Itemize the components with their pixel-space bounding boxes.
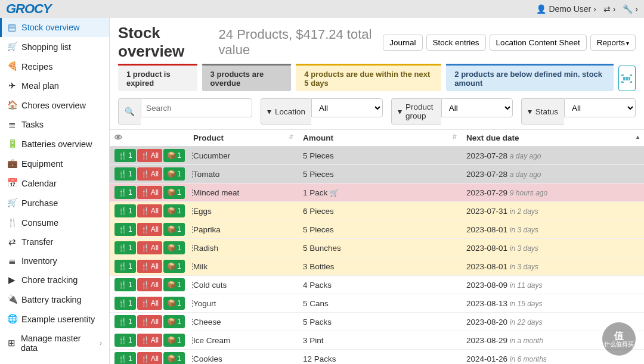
- cell-product[interactable]: Paprika: [188, 220, 298, 239]
- consume-one-button[interactable]: 🍴1: [114, 352, 136, 364]
- consume-all-button[interactable]: 🍴All: [137, 241, 162, 254]
- consume-all-button[interactable]: 🍴All: [137, 334, 162, 347]
- open-one-button[interactable]: 📦1: [163, 352, 185, 364]
- sidebar-item-transfer[interactable]: ⇄Transfer: [0, 232, 109, 251]
- stock-entries-button[interactable]: Stock entries: [426, 35, 486, 51]
- sidebar-item-tasks[interactable]: ≣Tasks: [0, 115, 109, 134]
- open-one-button[interactable]: 📦1: [163, 315, 185, 328]
- sidebar-item-calendar[interactable]: 📅Calendar: [0, 173, 109, 193]
- cell-product[interactable]: Ice Cream: [188, 331, 298, 350]
- cell-product[interactable]: Eggs: [188, 202, 298, 220]
- cell-product[interactable]: Radish: [188, 239, 298, 257]
- wrench-icon[interactable]: 🔧 ›: [623, 4, 638, 14]
- sidebar-item-meal-plan[interactable]: ✈Meal plan: [0, 76, 109, 95]
- chevron-right-icon: ›: [100, 339, 102, 347]
- consume-all-button[interactable]: 🍴All: [137, 315, 162, 328]
- cell-product[interactable]: Cheese: [188, 313, 298, 331]
- open-one-button[interactable]: 📦1: [163, 260, 185, 273]
- cell-product[interactable]: Cold cuts: [188, 276, 298, 294]
- consume-one-button[interactable]: 🍴1: [114, 278, 136, 291]
- open-one-button[interactable]: 📦1: [163, 278, 185, 291]
- consume-one-button[interactable]: 🍴1: [114, 223, 136, 236]
- row-actions: 🍴1 🍴All 📦1 ⋮: [114, 278, 184, 291]
- sidebar-item-shopping-list[interactable]: 🛒Shopping list: [0, 37, 109, 57]
- cell-amount: 5 Pieces: [298, 220, 462, 239]
- col-amount[interactable]: Amount⇵: [298, 130, 462, 147]
- sidebar-item-label: Batteries overview: [21, 139, 92, 149]
- eye-icon[interactable]: 👁: [114, 133, 123, 142]
- consume-one-button[interactable]: 🍴1: [114, 167, 136, 181]
- consume-all-button[interactable]: 🍴All: [137, 278, 162, 291]
- status-pill-yellow[interactable]: 4 products are due within the next 5 day…: [296, 66, 441, 91]
- journal-button[interactable]: Journal: [383, 35, 422, 51]
- sidebar-item-label: Inventory: [21, 256, 57, 266]
- open-one-button[interactable]: 📦1: [163, 223, 185, 236]
- sidebar-item-manage-master-data[interactable]: ⊞Manage master data›: [0, 329, 109, 357]
- location-content-sheet-button[interactable]: Location Content Sheet: [490, 35, 587, 51]
- open-one-button[interactable]: 📦1: [163, 297, 185, 310]
- sidebar-item-batteries-overview[interactable]: 🔋Batteries overview: [0, 134, 109, 154]
- sidebar-item-consume[interactable]: 🍴Consume: [0, 213, 109, 232]
- col-due[interactable]: Next due date▴: [462, 130, 644, 147]
- sidebar-item-recipes[interactable]: 🍕Recipes: [0, 57, 109, 76]
- table-row: 🍴1 🍴All 📦1 ⋮ Eggs 6 Pieces 2023-07-31 in…: [110, 202, 644, 220]
- status-pill-blue[interactable]: 2 products are below defined min. stock …: [446, 66, 614, 91]
- consume-one-button[interactable]: 🍴1: [114, 334, 136, 347]
- consume-all-button[interactable]: 🍴All: [137, 149, 162, 162]
- open-one-button[interactable]: 📦1: [163, 167, 185, 181]
- consume-one-button[interactable]: 🍴1: [114, 186, 136, 199]
- user-menu[interactable]: 👤 Demo User ›: [536, 4, 596, 14]
- filter-status: ▾Status All: [521, 98, 636, 125]
- status-pills: 1 product is expired3 products are overd…: [110, 63, 644, 95]
- cell-product[interactable]: Cookies: [188, 350, 298, 365]
- cell-product[interactable]: Milk: [188, 257, 298, 276]
- cell-product[interactable]: Tomato: [188, 165, 298, 183]
- brand-logo[interactable]: GROCY: [6, 1, 51, 17]
- search-input[interactable]: [141, 98, 252, 117]
- consume-one-button[interactable]: 🍴1: [114, 260, 136, 273]
- consume-one-button[interactable]: 🍴1: [114, 149, 136, 162]
- sidebar-item-stock-overview[interactable]: ▤Stock overview: [0, 18, 109, 37]
- sidebar-item-purchase[interactable]: 🛒Purchase: [0, 193, 109, 213]
- consume-all-button[interactable]: 🍴All: [137, 260, 162, 273]
- sidebar-item-label: Recipes: [21, 62, 52, 71]
- sidebar-item-battery-tracking[interactable]: 🔌Battery tracking: [0, 290, 109, 309]
- boxes-icon: ▤: [7, 23, 17, 32]
- table-wrap[interactable]: 👁 Product⇵ Amount⇵ Next due date▴ 🍴1 🍴Al…: [110, 129, 644, 364]
- consume-all-button[interactable]: 🍴All: [137, 167, 162, 181]
- consume-one-button[interactable]: 🍴1: [114, 204, 136, 217]
- cell-product[interactable]: Yogurt: [188, 294, 298, 313]
- settings-sliders-icon[interactable]: ⇄ ›: [603, 4, 616, 14]
- sidebar-item-chore-tracking[interactable]: ▶Chore tracking: [0, 270, 109, 290]
- row-actions: 🍴1 🍴All 📦1 ⋮: [114, 297, 184, 310]
- col-product[interactable]: Product⇵: [188, 130, 298, 147]
- consume-all-button[interactable]: 🍴All: [137, 186, 162, 199]
- filter-group-select[interactable]: All: [441, 98, 513, 117]
- sidebar-item-label: Stock overview: [21, 23, 80, 32]
- barcode-scan-button[interactable]: [618, 66, 636, 91]
- consume-all-button[interactable]: 🍴All: [137, 297, 162, 310]
- consume-one-button[interactable]: 🍴1: [114, 297, 136, 310]
- consume-all-button[interactable]: 🍴All: [137, 352, 162, 364]
- cart-icon: 🛒: [7, 42, 17, 52]
- reports-button[interactable]: Reports: [590, 35, 636, 51]
- filter-status-select[interactable]: All: [564, 98, 636, 117]
- sidebar-item-chores-overview[interactable]: 🏠Chores overview: [0, 95, 109, 115]
- cell-product[interactable]: Minced meat: [188, 183, 298, 202]
- consume-one-button[interactable]: 🍴1: [114, 241, 136, 254]
- open-one-button[interactable]: 📦1: [163, 186, 185, 199]
- status-pill-red[interactable]: 1 product is expired: [118, 66, 197, 91]
- consume-one-button[interactable]: 🍴1: [114, 315, 136, 328]
- cell-product[interactable]: Cucumber: [188, 147, 298, 165]
- sidebar-item-inventory[interactable]: ≣Inventory: [0, 251, 109, 270]
- open-one-button[interactable]: 📦1: [163, 241, 185, 254]
- consume-all-button[interactable]: 🍴All: [137, 204, 162, 217]
- open-one-button[interactable]: 📦1: [163, 204, 185, 217]
- status-pill-gray[interactable]: 3 products are overdue: [202, 66, 292, 91]
- consume-all-button[interactable]: 🍴All: [137, 223, 162, 236]
- filter-location-select[interactable]: All: [311, 98, 383, 117]
- sidebar-item-example-userentity[interactable]: 🌐Example userentity: [0, 309, 109, 329]
- sidebar-item-equipment[interactable]: 💼Equipment: [0, 154, 109, 173]
- open-one-button[interactable]: 📦1: [163, 149, 185, 162]
- open-one-button[interactable]: 📦1: [163, 334, 185, 347]
